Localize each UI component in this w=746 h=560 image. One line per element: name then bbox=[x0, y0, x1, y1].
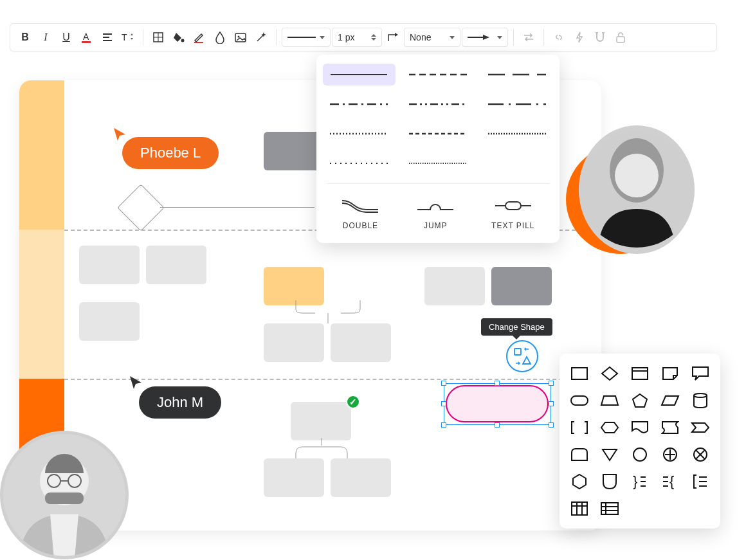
shape-brace-right[interactable]: } bbox=[630, 473, 650, 490]
collaborator-avatar-phoebe bbox=[566, 125, 695, 254]
shape-cylinder[interactable] bbox=[691, 392, 710, 409]
svg-text:}: } bbox=[633, 473, 637, 489]
shape-triangle-down[interactable] bbox=[600, 446, 619, 463]
text-color-button[interactable]: A bbox=[77, 28, 96, 47]
borders-button[interactable] bbox=[149, 28, 168, 47]
diagram-rect[interactable] bbox=[264, 458, 324, 497]
line-style-dash-dot-dot[interactable] bbox=[402, 93, 475, 115]
line-style-dashed[interactable] bbox=[402, 64, 475, 86]
line-style-tight-dot[interactable] bbox=[480, 123, 553, 145]
lock-button[interactable] bbox=[611, 28, 630, 47]
magic-button[interactable] bbox=[251, 28, 271, 47]
underline-button[interactable]: U bbox=[57, 28, 76, 47]
line-style-dropdown[interactable] bbox=[282, 28, 331, 47]
stroke-width-stepper[interactable]: 1 px bbox=[332, 28, 382, 47]
line-style-fine-dot[interactable] bbox=[323, 123, 396, 145]
shape-bracket-box[interactable] bbox=[570, 419, 589, 436]
shape-tab[interactable] bbox=[570, 446, 589, 463]
shape-callout[interactable] bbox=[691, 365, 710, 382]
shape-circle-plus[interactable] bbox=[660, 446, 680, 463]
bold-button[interactable]: B bbox=[15, 28, 35, 47]
selection-handle[interactable] bbox=[495, 381, 500, 386]
diagram-diamond[interactable] bbox=[117, 184, 165, 231]
line-mode-jump[interactable]: JUMP bbox=[416, 194, 455, 230]
diagram-rect[interactable] bbox=[291, 402, 351, 440]
diagram-rect[interactable] bbox=[264, 132, 324, 170]
selection-handle[interactable] bbox=[495, 422, 500, 428]
diagram-rect[interactable] bbox=[331, 458, 391, 497]
selection-handle[interactable] bbox=[549, 422, 554, 428]
svg-text:A: A bbox=[83, 32, 89, 42]
shape-hexagon[interactable] bbox=[600, 419, 619, 436]
line-style-dash-dot[interactable] bbox=[323, 93, 396, 115]
shape-flag[interactable] bbox=[660, 419, 680, 436]
shape-rectangle[interactable] bbox=[570, 365, 589, 382]
cursor-icon bbox=[113, 127, 128, 142]
shape-shield[interactable] bbox=[600, 473, 619, 490]
line-style-solid[interactable] bbox=[323, 64, 396, 86]
swap-button[interactable] bbox=[519, 28, 538, 47]
line-style-empty[interactable] bbox=[480, 152, 553, 174]
diagram-rect[interactable] bbox=[264, 267, 324, 305]
svg-rect-39 bbox=[571, 396, 588, 405]
shape-circle-x[interactable] bbox=[691, 446, 710, 463]
toolbar-separator bbox=[276, 29, 277, 46]
shape-document[interactable] bbox=[630, 419, 650, 436]
diagram-rect[interactable] bbox=[79, 246, 140, 284]
selection-handle[interactable] bbox=[441, 401, 446, 406]
shape-pill[interactable] bbox=[570, 392, 589, 409]
svg-rect-21 bbox=[617, 37, 624, 42]
line-mode-double[interactable]: DOUBLE bbox=[341, 194, 379, 230]
line-routing-button[interactable] bbox=[383, 28, 403, 47]
diagram-rect[interactable] bbox=[264, 323, 324, 362]
shape-trapezoid[interactable] bbox=[600, 392, 619, 409]
text-size-button[interactable]: T bbox=[118, 28, 138, 47]
diagram-rect[interactable] bbox=[331, 323, 391, 362]
stroke-color-button[interactable] bbox=[190, 28, 209, 47]
connector[interactable] bbox=[160, 207, 314, 208]
swimlane-header bbox=[19, 80, 64, 230]
selection-handle[interactable] bbox=[549, 401, 554, 406]
line-style-sparse-dot[interactable] bbox=[323, 152, 396, 174]
shape-diamond[interactable] bbox=[600, 365, 619, 382]
link-button[interactable] bbox=[549, 28, 569, 47]
diagram-rect[interactable] bbox=[146, 246, 206, 284]
image-button[interactable] bbox=[231, 28, 250, 47]
shape-table-rows[interactable] bbox=[600, 500, 619, 517]
shape-hex-vert[interactable] bbox=[570, 473, 589, 490]
italic-button[interactable]: I bbox=[36, 28, 55, 47]
connector bbox=[277, 438, 379, 461]
shape-pentagon[interactable] bbox=[630, 392, 650, 409]
shape-brace-left[interactable]: { bbox=[660, 473, 680, 490]
action-button[interactable] bbox=[570, 28, 589, 47]
svg-marker-7 bbox=[131, 38, 133, 40]
shape-step[interactable] bbox=[691, 419, 710, 436]
start-endpoint-dropdown[interactable]: None bbox=[404, 28, 460, 47]
selection-handle[interactable] bbox=[441, 381, 446, 386]
line-mode-textpill[interactable]: TEXT PILL bbox=[491, 194, 534, 230]
end-endpoint-dropdown[interactable] bbox=[462, 28, 508, 47]
selected-shape[interactable] bbox=[446, 385, 549, 422]
shape-parallelogram[interactable] bbox=[660, 392, 680, 409]
change-shape-button[interactable] bbox=[506, 340, 538, 372]
opacity-button[interactable] bbox=[210, 28, 230, 47]
line-style-long-dash-dot[interactable] bbox=[480, 93, 553, 115]
diagram-rect[interactable] bbox=[424, 267, 485, 305]
stepper-arrows-icon bbox=[371, 34, 376, 41]
shape-table-cols[interactable] bbox=[570, 500, 589, 517]
fill-color-button[interactable] bbox=[169, 28, 188, 47]
diagram-rect[interactable] bbox=[79, 302, 140, 341]
diagram-rect[interactable] bbox=[491, 267, 552, 305]
shape-bracket-left[interactable] bbox=[691, 473, 710, 490]
align-button[interactable] bbox=[98, 28, 117, 47]
selection-handle[interactable] bbox=[549, 381, 554, 386]
snap-button[interactable] bbox=[590, 28, 610, 47]
shape-circle[interactable] bbox=[630, 446, 650, 463]
shape-note[interactable] bbox=[660, 365, 680, 382]
line-style-micro-dot[interactable] bbox=[402, 152, 475, 174]
line-style-long-dash[interactable] bbox=[480, 64, 553, 86]
shape-card[interactable] bbox=[630, 365, 650, 382]
selection-handle[interactable] bbox=[441, 422, 446, 428]
jump-line-icon bbox=[416, 194, 455, 217]
line-style-short-dash[interactable] bbox=[402, 123, 475, 145]
